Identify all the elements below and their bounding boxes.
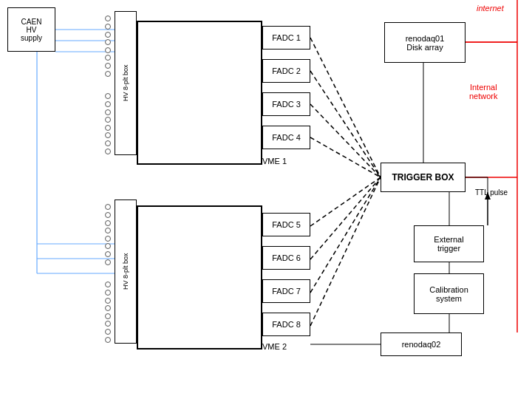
vme2-frame	[137, 205, 262, 349]
vme1-frame	[137, 21, 262, 165]
fadc-5: FADC 5	[262, 213, 310, 236]
diagram: CAEN HV supply HV 8-plt box HV 8-plt box	[0, 0, 532, 399]
svg-line-70	[310, 177, 381, 326]
internal-network-label: Internal network	[469, 74, 498, 100]
hv-split-box-1: HV 8-plt box	[115, 11, 137, 155]
svg-line-63	[310, 38, 381, 177]
svg-line-66	[310, 137, 381, 177]
hv-split-box-2: HV 8-plt box	[115, 200, 137, 344]
hv-split2-dots-bottom	[102, 281, 114, 344]
calibration-system: Calibration system	[414, 273, 484, 314]
hv-split1-dots-bottom	[102, 92, 114, 155]
fadc-2: FADC 2	[262, 59, 310, 83]
svg-line-67	[310, 177, 381, 226]
caen-hv-supply: CAEN HV supply	[7, 7, 55, 52]
svg-line-64	[310, 71, 381, 177]
internet-label: internet	[477, 4, 504, 13]
svg-line-68	[310, 177, 381, 259]
fadc-6: FADC 6	[262, 246, 310, 270]
hv-split2-dots-top	[102, 203, 114, 266]
fadc-1: FADC 1	[262, 26, 310, 50]
hv-split1-dots-top	[102, 15, 114, 78]
fadc-4: FADC 4	[262, 126, 310, 149]
external-trigger: External trigger	[414, 225, 484, 262]
renodaq02: renodaq02	[381, 332, 462, 356]
fadc-3: FADC 3	[262, 92, 310, 116]
fadc-8: FADC 8	[262, 313, 310, 336]
svg-line-69	[310, 177, 381, 293]
trigger-box: TRIGGER BOX	[381, 163, 466, 192]
vme2-label: VME 2	[262, 342, 287, 351]
svg-line-65	[310, 104, 381, 177]
renodaq01: renodaq01 Disk array	[384, 22, 466, 63]
ttl-pulse-label: TTL pulse	[475, 188, 508, 197]
fadc-7: FADC 7	[262, 279, 310, 303]
vme1-label: VME 1	[262, 157, 287, 166]
